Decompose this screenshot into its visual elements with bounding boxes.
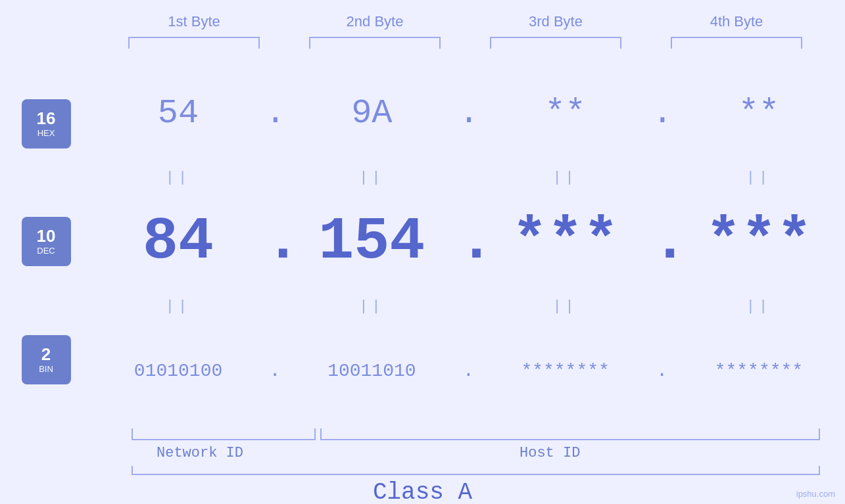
equals-row-2: || || || || <box>92 296 845 316</box>
bin-dot-3: . <box>652 361 672 381</box>
dec-dot-3: . <box>652 212 672 271</box>
hex-dot-1: . <box>265 94 285 133</box>
hex-dot-3: . <box>652 94 672 133</box>
hex-val-2: 9A <box>351 94 392 133</box>
values-grid: 54 . 9A . ** . ** || || <box>92 58 845 425</box>
dec-byte-2: 154 <box>299 208 444 275</box>
hex-badge-number: 16 <box>37 110 56 127</box>
dec-row: 84 . 154 . *** . *** <box>92 187 845 296</box>
full-bracket <box>132 466 820 475</box>
dec-val-1: 84 <box>143 208 214 275</box>
class-label: Class A <box>373 479 472 504</box>
dec-val-2: 154 <box>318 208 425 275</box>
host-bracket <box>320 428 820 440</box>
byte-1-label: 1st Byte <box>122 13 266 30</box>
bin-val-4: ******** <box>715 361 803 381</box>
bin-byte-3: ******** <box>493 361 638 381</box>
hex-byte-3: ** <box>493 94 638 133</box>
dec-dot-2: . <box>458 212 478 271</box>
hex-badge-type: HEX <box>37 128 55 138</box>
bin-byte-2: 10011010 <box>299 361 444 381</box>
bin-badge-type: BIN <box>39 364 53 374</box>
eq-2-2: || <box>299 298 444 315</box>
bracket-3 <box>490 37 621 49</box>
hex-val-1: 54 <box>158 94 199 133</box>
bracket-4 <box>671 37 802 49</box>
byte-4-label: 4th Byte <box>664 13 809 30</box>
top-brackets <box>104 37 827 49</box>
eq-2-4: || <box>687 298 831 315</box>
eq-1-4: || <box>687 170 831 186</box>
bin-dot-1: . <box>265 361 285 381</box>
eq-1-2: || <box>299 170 444 186</box>
hex-byte-4: ** <box>687 94 831 133</box>
network-id-label: Network ID <box>157 445 243 461</box>
hex-badge: 16 HEX <box>22 99 71 149</box>
bin-dot-2: . <box>458 361 478 381</box>
bin-badge-number: 2 <box>41 346 51 363</box>
byte-3-label: 3rd Byte <box>483 13 628 30</box>
dec-val-4: *** <box>706 208 812 275</box>
dec-badge: 10 DEC <box>22 217 71 266</box>
dec-byte-4: *** <box>687 208 831 275</box>
bin-byte-1: 01010100 <box>106 361 251 381</box>
bin-badge: 2 BIN <box>22 335 71 384</box>
byte-headers: 1st Byte 2nd Byte 3rd Byte 4th Byte <box>104 13 827 30</box>
bin-row: 01010100 . 10011010 . ******** . *******… <box>92 316 845 425</box>
bottom-section: Network ID Host ID Class A <box>0 425 845 504</box>
dec-badge-type: DEC <box>37 246 55 256</box>
network-bracket <box>132 428 316 440</box>
badges-column: 16 HEX 10 DEC 2 BIN <box>0 58 92 425</box>
watermark: ipshu.com <box>796 489 835 499</box>
bin-val-3: ******** <box>521 361 609 381</box>
dec-dot-1: . <box>265 212 285 271</box>
dec-byte-3: *** <box>493 208 638 275</box>
eq-2-3: || <box>493 298 638 315</box>
host-id-label: Host ID <box>519 445 580 461</box>
bin-val-2: 10011010 <box>327 361 416 381</box>
hex-byte-1: 54 <box>106 94 251 133</box>
equals-row-1: || || || || <box>92 168 845 187</box>
hex-val-4: ** <box>738 94 779 133</box>
bin-val-1: 01010100 <box>134 361 222 381</box>
bracket-1 <box>128 37 260 49</box>
hex-byte-2: 9A <box>299 94 444 133</box>
bin-byte-4: ******** <box>687 361 831 381</box>
content-area: 16 HEX 10 DEC 2 BIN 54 . 9A <box>0 58 845 425</box>
dec-byte-1: 84 <box>106 208 251 275</box>
dec-badge-number: 10 <box>37 227 56 244</box>
eq-2-1: || <box>106 298 251 315</box>
hex-row: 54 . 9A . ** . ** <box>92 58 845 168</box>
hex-dot-2: . <box>458 94 478 133</box>
eq-1-1: || <box>106 170 251 186</box>
hex-val-3: ** <box>544 94 585 133</box>
byte-2-label: 2nd Byte <box>302 13 447 30</box>
main-container: 1st Byte 2nd Byte 3rd Byte 4th Byte 16 H… <box>0 0 845 504</box>
bracket-2 <box>309 37 441 49</box>
dec-val-3: *** <box>512 208 619 275</box>
eq-1-3: || <box>493 170 638 186</box>
